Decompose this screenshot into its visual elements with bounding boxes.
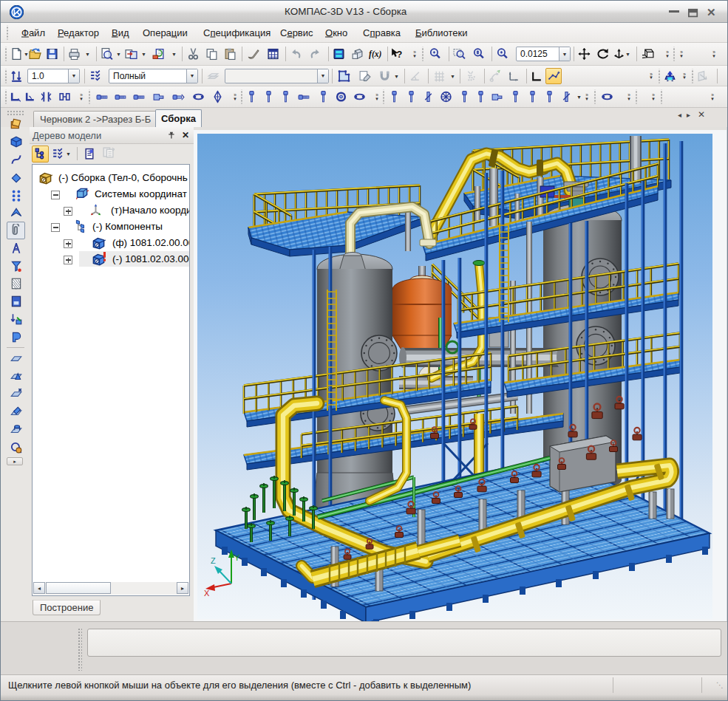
svg-text:f(x): f(x) — [369, 49, 381, 59]
svg-text:Y: Y — [234, 553, 240, 562]
svg-text:Z: Z — [211, 556, 216, 565]
svg-text:X: X — [204, 589, 210, 598]
svg-text:?: ? — [397, 49, 403, 60]
